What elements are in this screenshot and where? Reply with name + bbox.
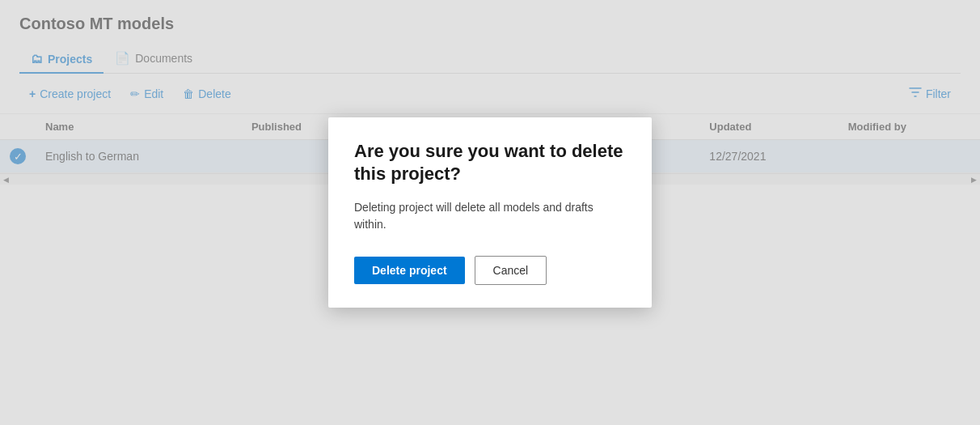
confirm-delete-button[interactable]: Delete project — [354, 257, 465, 284]
dialog-title: Are you sure you want to delete this pro… — [354, 140, 626, 185]
dialog-body: Deleting project will delete all models … — [354, 199, 626, 233]
page-container: Contoso MT models 🗂 Projects 📄 Documents… — [0, 0, 980, 425]
modal-overlay: Are you sure you want to delete this pro… — [0, 0, 980, 425]
dialog-actions: Delete project Cancel — [354, 256, 626, 285]
delete-dialog: Are you sure you want to delete this pro… — [328, 117, 652, 308]
cancel-button[interactable]: Cancel — [475, 256, 547, 285]
